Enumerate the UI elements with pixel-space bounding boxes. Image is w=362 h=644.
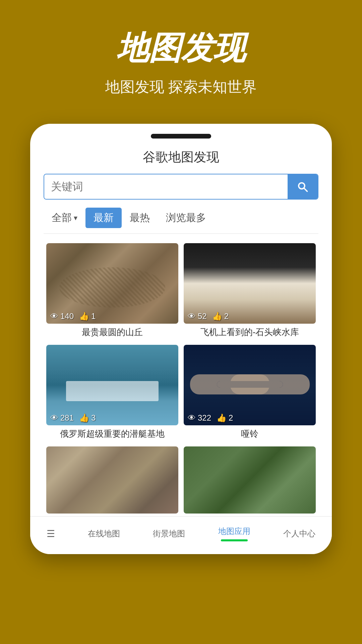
card-image: 👁 140 👍 1 xyxy=(46,243,178,324)
filter-all-label: 全部 xyxy=(52,211,72,225)
list-item[interactable] xyxy=(46,446,178,514)
like-count: 1 xyxy=(91,312,96,321)
search-input[interactable] xyxy=(44,174,288,199)
eye-icon: 👁 xyxy=(50,413,58,423)
main-title: 地图发现 xyxy=(117,27,245,70)
like-stat: 👍 1 xyxy=(79,312,96,321)
card-image: 👁 322 👍 2 xyxy=(184,345,316,425)
filter-tab-latest[interactable]: 最新 xyxy=(85,208,122,228)
nav-item-online-map[interactable]: 在线地图 xyxy=(81,526,127,542)
card-title: 最贵最圆的山丘 xyxy=(46,326,178,339)
list-item[interactable] xyxy=(184,446,316,514)
image-overlay: 👁 322 👍 2 xyxy=(184,411,316,425)
view-count: 52 xyxy=(198,312,207,321)
view-stat: 👁 322 xyxy=(188,413,211,423)
nav-item-profile[interactable]: 个人中心 xyxy=(277,526,322,542)
thumb-icon: 👍 xyxy=(79,413,89,423)
nav-item-street-view[interactable]: 街景地图 xyxy=(146,526,192,542)
image-overlay: 👁 281 👍 3 xyxy=(46,411,178,425)
filter-tab-all[interactable]: 全部 ▾ xyxy=(44,208,85,228)
thumb-icon: 👍 xyxy=(217,413,227,423)
search-icon xyxy=(297,181,309,193)
subtitle: 地图发现 探索未知世界 xyxy=(105,77,257,97)
cards-grid: 👁 140 👍 1 最贵最圆的山丘 👁 52 xyxy=(44,240,318,444)
card-title: 俄罗斯超级重要的潜艇基地 xyxy=(46,428,178,441)
card-title: 哑铃 xyxy=(184,428,316,441)
eye-icon: 👁 xyxy=(188,312,196,321)
nav-label-profile: 个人中心 xyxy=(283,528,315,539)
search-button[interactable] xyxy=(288,174,318,199)
nav-item-map-app[interactable]: 地图应用 xyxy=(212,523,257,544)
header-section: 地图发现 地图发现 探索未知世界 xyxy=(0,0,362,124)
nav-label-street-view: 街景地图 xyxy=(153,528,185,539)
svg-line-1 xyxy=(304,188,307,191)
view-stat: 👁 140 xyxy=(50,312,74,321)
eye-icon: 👁 xyxy=(188,413,196,423)
card-image xyxy=(46,446,178,514)
nav-label-map-app: 地图应用 xyxy=(218,526,250,537)
phone-notch xyxy=(151,134,211,139)
nav-label-online-map: 在线地图 xyxy=(88,528,120,539)
chevron-down-icon: ▾ xyxy=(74,214,77,222)
list-item[interactable]: 👁 52 👍 2 飞机上看到的-石头峡水库 xyxy=(184,243,316,339)
list-item[interactable]: 👁 281 👍 3 俄罗斯超级重要的潜艇基地 xyxy=(46,345,178,441)
list-item[interactable]: 👁 140 👍 1 最贵最圆的山丘 xyxy=(46,243,178,339)
view-count: 140 xyxy=(60,312,74,321)
like-count: 3 xyxy=(91,413,96,423)
card-image: 👁 52 👍 2 xyxy=(184,243,316,324)
like-count: 2 xyxy=(229,413,233,423)
search-bar xyxy=(44,174,318,200)
filter-tab-most-viewed[interactable]: 浏览最多 xyxy=(158,208,214,228)
like-count: 2 xyxy=(224,312,229,321)
image-overlay: 👁 140 👍 1 xyxy=(46,309,178,324)
like-stat: 👍 3 xyxy=(79,413,96,423)
card-title: 飞机上看到的-石头峡水库 xyxy=(184,326,316,339)
nav-menu-button[interactable]: ☰ xyxy=(40,526,62,542)
eye-icon: 👁 xyxy=(50,312,58,321)
nav-active-indicator xyxy=(221,539,248,541)
view-count: 322 xyxy=(198,413,211,423)
bottom-nav: ☰ 在线地图 街景地图 地图应用 个人中心 xyxy=(30,516,332,554)
thumb-icon: 👍 xyxy=(79,312,89,321)
phone-mockup: 谷歌地图发现 全部 ▾ 最新 最热 浏览最多 👁 140 xyxy=(30,124,332,554)
menu-icon: ☰ xyxy=(47,528,55,539)
card-image xyxy=(184,446,316,514)
partial-cards-row xyxy=(44,444,318,516)
filter-tabs: 全部 ▾ 最新 最热 浏览最多 xyxy=(44,208,318,234)
filter-tab-hottest[interactable]: 最热 xyxy=(122,208,158,228)
app-title: 谷歌地图发现 xyxy=(30,149,332,166)
list-item[interactable]: 👁 322 👍 2 哑铃 xyxy=(184,345,316,441)
view-stat: 👁 281 xyxy=(50,413,74,423)
card-image: 👁 281 👍 3 xyxy=(46,345,178,425)
view-count: 281 xyxy=(60,413,74,423)
view-stat: 👁 52 xyxy=(188,312,207,321)
image-overlay: 👁 52 👍 2 xyxy=(184,309,316,324)
like-stat: 👍 2 xyxy=(217,413,233,423)
like-stat: 👍 2 xyxy=(212,312,229,321)
thumb-icon: 👍 xyxy=(212,312,222,321)
